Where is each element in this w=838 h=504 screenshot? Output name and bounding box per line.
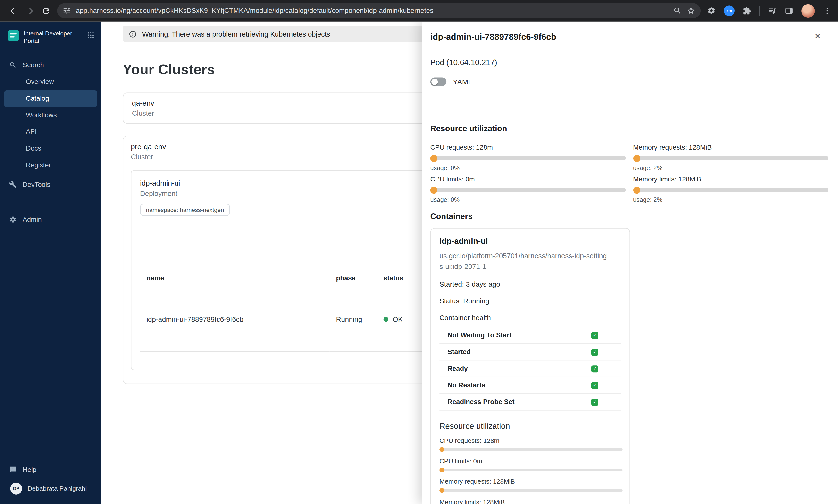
sidebar-item-admin[interactable]: Admin [0, 211, 101, 228]
progress-knob [633, 155, 640, 162]
yaml-toggle-label: YAML [453, 78, 472, 86]
drawer-title: idp-admin-ui-7889789fc6-9f6cb [431, 32, 828, 42]
url-bar[interactable]: app.harness.io/ng/account/vpCkHKsDSxK9_K… [57, 3, 701, 18]
sidebar-item-devtools[interactable]: DevTools [0, 176, 101, 193]
progress-bar [431, 156, 626, 160]
app-title: Internal Developer Portal [24, 30, 75, 45]
pod-subtitle: Pod (10.64.10.217) [431, 58, 828, 67]
resource-utilization-heading: Resource utilization [431, 124, 828, 133]
container-image: us.gcr.io/platform-205701/harness/harnes… [439, 251, 607, 272]
container-health-heading: Container health [439, 313, 621, 322]
yaml-toggle-row: YAML [431, 77, 828, 86]
pod-details-drawer: ✕ idp-admin-ui-7889789fc6-9f6cb Pod (10.… [422, 22, 838, 504]
warning-icon [129, 30, 137, 38]
sidebar: Internal Developer Portal Search Overvie… [0, 22, 101, 504]
progress-knob [431, 155, 437, 162]
check-icon: ✓ [591, 382, 598, 389]
zoom-extension-icon[interactable]: zm [724, 5, 735, 16]
side-panel-icon[interactable] [785, 6, 793, 15]
check-icon: ✓ [591, 348, 598, 355]
screen: app.harness.io/ng/account/vpCkHKsDSxK9_K… [0, 0, 838, 504]
container-name: idp-admin-ui [439, 236, 621, 246]
container-status: Status: Running [439, 297, 621, 305]
forward-button[interactable] [22, 3, 38, 19]
sidebar-search-label: Search [22, 61, 44, 69]
progress-knob [439, 468, 444, 472]
browser-actions: zm [707, 4, 833, 17]
toolbar-separator [760, 6, 760, 16]
progress-knob [431, 186, 437, 194]
progress-bar [439, 448, 623, 451]
status-ok-dot-icon [384, 317, 388, 322]
search-icon [9, 61, 17, 69]
health-row: Started ✓ [439, 344, 621, 361]
back-button[interactable] [5, 3, 22, 19]
extensions-puzzle-icon[interactable] [743, 6, 751, 15]
sidebar-footer: Help DP Debabrata Panigrahi [0, 461, 101, 504]
container-started: Started: 3 days ago [439, 281, 621, 288]
yaml-toggle-switch[interactable] [431, 77, 447, 86]
containers-heading: Containers [431, 212, 828, 221]
sidebar-nav: Overview Catalog Workflows API Docs Regi… [0, 73, 101, 174]
search-lens-icon[interactable] [673, 6, 682, 15]
sidebar-user[interactable]: DP Debabrata Panigrahi [0, 478, 101, 500]
sidebar-item-register[interactable]: Register [0, 157, 101, 174]
sidebar-item-workflows[interactable]: Workflows [0, 107, 101, 124]
progress-bar [439, 489, 623, 492]
user-avatar: DP [10, 482, 22, 494]
progress-knob [439, 488, 444, 493]
namespace-chip: namespace: harness-nextgen [140, 204, 230, 216]
settings-extension-icon[interactable] [707, 6, 716, 15]
sidebar-search[interactable]: Search [0, 53, 101, 73]
progress-bar [633, 188, 828, 192]
container-metric-memory-limits: Memory limits: 128MiB [439, 498, 621, 504]
gear-icon [9, 216, 17, 223]
sidebar-item-catalog[interactable]: Catalog [4, 90, 97, 107]
sidebar-item-api[interactable]: API [0, 124, 101, 140]
help-bubble-icon [9, 466, 17, 473]
idp-logo-icon [7, 30, 19, 41]
toggle-knob [431, 78, 438, 85]
pod-metrics-grid: CPU requests: 128m usage: 0% Memory requ… [431, 144, 828, 203]
health-row: Readiness Probe Set ✓ [439, 394, 621, 411]
url-text[interactable]: app.harness.io/ng/account/vpCkHKsDSxK9_K… [76, 7, 668, 15]
progress-bar [431, 188, 626, 192]
container-health-list: Not Waiting To Start ✓ Started ✓ Ready ✓… [439, 327, 621, 411]
progress-bar [439, 469, 623, 471]
close-drawer-icon[interactable]: ✕ [815, 32, 821, 40]
metric-cpu-limits: CPU limits: 0m usage: 0% [431, 175, 626, 203]
progress-knob [439, 447, 444, 452]
reload-button[interactable] [38, 3, 54, 19]
chrome-menu-kebab-icon[interactable] [823, 6, 832, 15]
container-metric-cpu-requests: CPU requests: 128m [439, 437, 621, 451]
browser-toolbar: app.harness.io/ng/account/vpCkHKsDSxK9_K… [0, 0, 838, 22]
sidebar-item-overview[interactable]: Overview [0, 73, 101, 90]
health-row: Not Waiting To Start ✓ [439, 327, 621, 344]
column-header-name: name [140, 269, 330, 287]
progress-bar [633, 156, 828, 160]
pod-phase-cell: Running [330, 287, 377, 352]
profile-avatar[interactable] [801, 4, 815, 17]
check-icon: ✓ [591, 332, 598, 339]
wrench-icon [9, 181, 17, 188]
health-row: No Restarts ✓ [439, 377, 621, 394]
metric-memory-requests: Memory requests: 128MiB usage: 2% [633, 144, 828, 171]
container-metric-cpu-limits: CPU limits: 0m [439, 457, 621, 471]
check-icon: ✓ [591, 398, 598, 406]
apps-grid-icon[interactable] [87, 31, 95, 41]
container-card: idp-admin-ui us.gcr.io/platform-205701/h… [431, 228, 630, 504]
sidebar-item-docs[interactable]: Docs [0, 140, 101, 157]
column-header-phase: phase [330, 269, 377, 287]
site-info-tune-icon[interactable] [63, 6, 71, 15]
health-row: Ready ✓ [439, 360, 621, 377]
media-controls-icon[interactable] [768, 6, 776, 15]
container-metric-memory-requests: Memory requests: 128MiB [439, 478, 621, 492]
check-icon: ✓ [591, 365, 598, 372]
user-name: Debabrata Panigrahi [28, 485, 87, 492]
warning-text: Warning: There was a problem retrieving … [142, 30, 330, 38]
progress-knob [633, 186, 640, 194]
status-ok-label: OK [392, 315, 403, 323]
pod-name-cell[interactable]: idp-admin-ui-7889789fc6-9f6cb [140, 287, 330, 352]
bookmark-star-icon[interactable] [687, 6, 695, 15]
sidebar-item-help[interactable]: Help [0, 461, 101, 478]
